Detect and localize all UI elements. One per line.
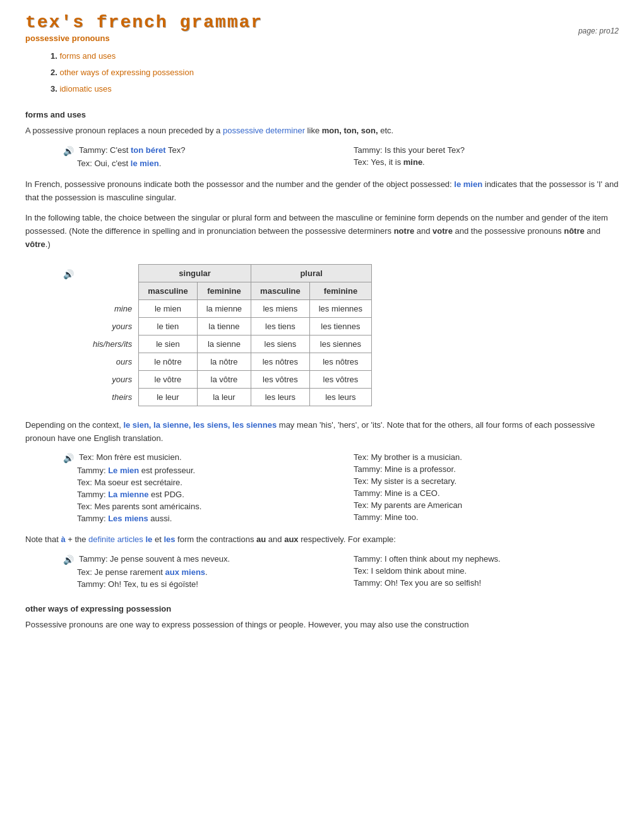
example-block-3: 🔊 Tammy: Je pense souvent à mes neveux. … — [63, 554, 619, 591]
row-label-1: yours — [84, 317, 139, 335]
speaker-icon-3[interactable]: 🔊 — [63, 555, 74, 565]
cell-masc-pl-1: les tiens — [251, 317, 310, 335]
possessive-pronoun-table: singular plural masculine feminine mascu… — [84, 264, 372, 406]
example2-en-line4: Tammy: Mine is a CEO. — [354, 488, 440, 498]
toc-link-3[interactable]: idiomatic uses — [59, 84, 111, 94]
example2-en-line1: Tex: My brother is a musician. — [354, 452, 462, 462]
other-intro: Possessive pronouns are one way to expre… — [25, 619, 619, 632]
row-label-4: yours — [84, 370, 139, 388]
speaker-icon-1[interactable]: 🔊 — [63, 146, 74, 156]
col-subheader-fem-pl: feminine — [309, 282, 371, 299]
row-label-2: his/hers/its — [84, 335, 139, 353]
cell-masc-pl-4: les vôtres — [251, 370, 310, 388]
forms-para4: Note that à + the definite articles le e… — [25, 533, 619, 547]
toc-link-1[interactable]: forms and uses — [59, 51, 116, 61]
forms-para3: Depending on the context, le sien, la si… — [25, 419, 619, 445]
example-block-1: 🔊 Tammy: C'est ton béret Tex? Tex: Oui, … — [63, 145, 619, 171]
speaker-icon-2[interactable]: 🔊 — [63, 453, 74, 463]
example3-en-line1: Tammy: I often think about my nephews. — [354, 554, 501, 564]
row-label-5: theirs — [84, 388, 139, 406]
table-row: theirs le leur la leur les leurs les leu… — [84, 388, 372, 406]
example3-en-line3: Tammy: Oh! Tex you are so selfish! — [354, 578, 481, 588]
cell-fem-sg-0: la mienne — [197, 299, 251, 317]
cell-fem-sg-1: la tienne — [197, 317, 251, 335]
col-subheader-fem-sg: feminine — [197, 282, 251, 299]
toc-num-3: 3. — [51, 84, 59, 94]
row-label-0: mine — [84, 299, 139, 317]
section-heading-other: other ways of expressing possession — [25, 604, 619, 613]
example1-en-line2: Tex: Yes, it is mine. — [354, 157, 425, 167]
toc-num-1: 1. — [51, 51, 59, 61]
forms-intro: A possessive pronoun replaces a noun pre… — [25, 124, 619, 138]
example1-fr-line2: Tex: Oui, c'est le mien. — [77, 159, 161, 168]
cell-masc-sg-0: le mien — [139, 299, 198, 317]
table-row: yours le tien la tienne les tiens les ti… — [84, 317, 372, 335]
possessive-determiner-link[interactable]: possessive determiner — [223, 126, 305, 135]
example3-fr-line1: Tammy: Je pense souvent à mes neveux. — [79, 554, 230, 564]
example1-en-line1: Tammy: Is this your beret Tex? — [354, 145, 465, 155]
cell-fem-pl-4: les vôtres — [309, 370, 371, 388]
toc-num-2: 2. — [51, 68, 59, 77]
col-subheader-masc-pl: masculine — [251, 282, 310, 299]
example1-fr-line1: Tammy: C'est ton béret Tex? — [79, 145, 185, 155]
cell-masc-sg-3: le nôtre — [139, 353, 198, 370]
table-row: mine le mien la mienne les miens les mie… — [84, 299, 372, 317]
example2-fr-line1: Tex: Mon frère est musicien. — [79, 452, 182, 462]
section-heading-forms: forms and uses — [25, 110, 619, 119]
example2-en-line5: Tex: My parents are American — [354, 500, 462, 510]
example3-fr-line2: Tex: Je pense rarement aux miens. — [77, 567, 208, 577]
cell-fem-pl-0: les miennes — [309, 299, 371, 317]
col-header-plural: plural — [251, 264, 372, 282]
cell-masc-pl-3: les nôtres — [251, 353, 310, 370]
row-label-3: ours — [84, 353, 139, 370]
example2-en-line3: Tex: My sister is a secretary. — [354, 476, 456, 486]
cell-fem-pl-3: les nôtres — [309, 353, 371, 370]
example3-fr-line3: Tammy: Oh! Tex, tu es si égoïste! — [77, 579, 198, 589]
example-block-2: 🔊 Tex: Mon frère est musicien. Tammy: Le… — [63, 452, 619, 526]
example2-fr-line5: Tex: Mes parents sont américains. — [77, 502, 201, 511]
forms-para2: In the following table, the choice betwe… — [25, 212, 619, 251]
cell-fem-pl-1: les tiennes — [309, 317, 371, 335]
table-row: yours le vôtre la vôtre les vôtres les v… — [84, 370, 372, 388]
example2-en-line6: Tammy: Mine too. — [354, 512, 419, 522]
example2-fr-line4: Tammy: La mienne est PDG. — [77, 490, 184, 499]
example2-fr-line6: Tammy: Les miens aussi. — [77, 514, 172, 523]
cell-fem-sg-3: la nôtre — [197, 353, 251, 370]
table-row: his/hers/its le sien la sienne les siens… — [84, 335, 372, 353]
cell-masc-sg-2: le sien — [139, 335, 198, 353]
col-subheader-masc-sg: masculine — [139, 282, 198, 299]
cell-masc-sg-1: le tien — [139, 317, 198, 335]
col-header-singular: singular — [139, 264, 251, 282]
cell-fem-sg-5: la leur — [197, 388, 251, 406]
table-of-contents: 1. forms and uses 2. other ways of expre… — [51, 48, 619, 97]
example2-fr-line2: Tammy: Le mien est professeur. — [77, 466, 195, 475]
example2-en-line2: Tammy: Mine is a professor. — [354, 464, 456, 474]
table-speaker-icon[interactable]: 🔊 — [63, 269, 74, 279]
cell-masc-pl-2: les siens — [251, 335, 310, 353]
cell-masc-pl-5: les leurs — [251, 388, 310, 406]
example2-fr-line3: Tex: Ma soeur est secrétaire. — [77, 478, 182, 487]
cell-fem-sg-2: la sienne — [197, 335, 251, 353]
cell-masc-sg-4: le vôtre — [139, 370, 198, 388]
forms-para1: In French, possessive pronouns indicate … — [25, 178, 619, 205]
cell-masc-sg-5: le leur — [139, 388, 198, 406]
cell-fem-sg-4: la vôtre — [197, 370, 251, 388]
cell-masc-pl-0: les miens — [251, 299, 310, 317]
example3-en-line2: Tex: I seldom think about mine. — [354, 566, 467, 576]
grammar-table-wrapper: 🔊 singular plural masculine feminine mas… — [63, 264, 619, 406]
table-row: ours le nôtre la nôtre les nôtres les nô… — [84, 353, 372, 370]
toc-link-2[interactable]: other ways of expressing possession — [59, 68, 193, 77]
cell-fem-pl-5: les leurs — [309, 388, 371, 406]
cell-fem-pl-2: les siennes — [309, 335, 371, 353]
